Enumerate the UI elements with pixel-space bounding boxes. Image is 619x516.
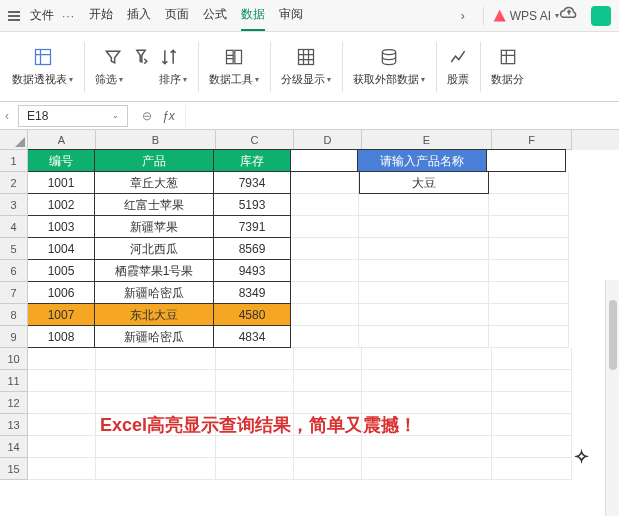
reapply-icon[interactable] xyxy=(131,46,151,68)
cell-F12[interactable] xyxy=(492,392,572,414)
cell-F8[interactable] xyxy=(489,304,569,326)
cell-C8[interactable]: 4580 xyxy=(213,303,291,326)
cell-F4[interactable] xyxy=(489,216,569,238)
cell-F15[interactable] xyxy=(492,458,572,480)
row-header-11[interactable]: 11 xyxy=(0,370,28,392)
cell-E9[interactable] xyxy=(359,326,489,348)
fb-chevron-icon[interactable]: ‹ xyxy=(0,109,14,123)
cell-B12[interactable] xyxy=(96,392,216,414)
row-header-4[interactable]: 4 xyxy=(0,216,28,238)
cell-B13[interactable]: Excel高亮显示查询结果，简单又震撼！ xyxy=(96,414,216,436)
tab-页面[interactable]: 页面 xyxy=(165,0,189,31)
cell-D10[interactable] xyxy=(294,348,362,370)
cell-B1[interactable]: 产品 xyxy=(94,149,214,172)
cell-D8[interactable] xyxy=(291,304,359,326)
select-all-corner[interactable] xyxy=(0,130,28,150)
fx-icon[interactable]: ƒx xyxy=(162,109,175,123)
cell-D3[interactable] xyxy=(291,194,359,216)
row-header-9[interactable]: 9 xyxy=(0,326,28,348)
tab-插入[interactable]: 插入 xyxy=(127,0,151,31)
cell-F6[interactable] xyxy=(489,260,569,282)
cell-E5[interactable] xyxy=(359,238,489,260)
col-header-B[interactable]: B xyxy=(96,130,216,150)
pivot-table-button[interactable]: 数据透视表▾ xyxy=(4,40,82,93)
cell-A4[interactable]: 1003 xyxy=(28,215,95,238)
cell-C11[interactable] xyxy=(216,370,294,392)
cell-E15[interactable] xyxy=(362,458,492,480)
cell-E11[interactable] xyxy=(362,370,492,392)
row-header-1[interactable]: 1 xyxy=(0,150,28,172)
cell-A15[interactable] xyxy=(28,458,96,480)
cell-B15[interactable] xyxy=(96,458,216,480)
cell-A13[interactable] xyxy=(28,414,96,436)
cell-C2[interactable]: 7934 xyxy=(213,171,291,194)
col-header-F[interactable]: F xyxy=(492,130,572,150)
cell-B6[interactable]: 栖霞苹果1号果 xyxy=(94,259,214,282)
cell-B3[interactable]: 红富士苹果 xyxy=(94,193,214,216)
name-box[interactable]: E18 ⌄ xyxy=(18,105,128,127)
cell-B14[interactable] xyxy=(96,436,216,458)
row-header-10[interactable]: 10 xyxy=(0,348,28,370)
tab-开始[interactable]: 开始 xyxy=(89,0,113,31)
cell-E13[interactable] xyxy=(362,414,492,436)
more-icon[interactable]: ··· xyxy=(62,9,75,23)
row-header-3[interactable]: 3 xyxy=(0,194,28,216)
cell-E6[interactable] xyxy=(359,260,489,282)
col-header-D[interactable]: D xyxy=(294,130,362,150)
cell-C15[interactable] xyxy=(216,458,294,480)
col-header-A[interactable]: A xyxy=(28,130,96,150)
cell-F7[interactable] xyxy=(489,282,569,304)
cell-D15[interactable] xyxy=(294,458,362,480)
chevron-down-icon[interactable]: ⌄ xyxy=(112,111,119,120)
cell-E2[interactable]: 大豆 xyxy=(359,171,489,194)
vertical-scrollbar[interactable] xyxy=(605,280,619,516)
cell-A7[interactable]: 1006 xyxy=(28,281,95,304)
cell-D7[interactable] xyxy=(291,282,359,304)
filter-button[interactable]: 筛选▾ xyxy=(95,72,123,87)
scrollbar-thumb[interactable] xyxy=(609,300,617,370)
cell-E14[interactable] xyxy=(362,436,492,458)
cell-F3[interactable] xyxy=(489,194,569,216)
cell-F10[interactable] xyxy=(492,348,572,370)
cell-B11[interactable] xyxy=(96,370,216,392)
cell-E3[interactable] xyxy=(359,194,489,216)
cell-D4[interactable] xyxy=(291,216,359,238)
cell-E1[interactable]: 请输入产品名称 xyxy=(357,149,487,172)
data-analysis-button[interactable]: 数据分 xyxy=(483,40,533,93)
cell-D2[interactable] xyxy=(291,172,359,194)
cell-E12[interactable] xyxy=(362,392,492,414)
cell-A3[interactable]: 1002 xyxy=(28,193,95,216)
tab-数据[interactable]: 数据 xyxy=(241,0,265,31)
cell-F2[interactable] xyxy=(489,172,569,194)
share-button[interactable] xyxy=(591,6,611,26)
col-header-E[interactable]: E xyxy=(362,130,492,150)
cell-F9[interactable] xyxy=(489,326,569,348)
row-header-2[interactable]: 2 xyxy=(0,172,28,194)
cloud-upload-icon[interactable] xyxy=(559,4,579,27)
row-header-8[interactable]: 8 xyxy=(0,304,28,326)
cell-F5[interactable] xyxy=(489,238,569,260)
sort-button[interactable]: 排序▾ xyxy=(159,72,187,87)
cell-C12[interactable] xyxy=(216,392,294,414)
cell-A6[interactable]: 1005 xyxy=(28,259,95,282)
cell-D14[interactable] xyxy=(294,436,362,458)
cell-C6[interactable]: 9493 xyxy=(213,259,291,282)
row-header-5[interactable]: 5 xyxy=(0,238,28,260)
cell-A12[interactable] xyxy=(28,392,96,414)
cell-C9[interactable]: 4834 xyxy=(213,325,291,348)
cell-E7[interactable] xyxy=(359,282,489,304)
row-header-14[interactable]: 14 xyxy=(0,436,28,458)
external-data-button[interactable]: 获取外部数据▾ xyxy=(345,40,434,93)
wps-ai-button[interactable]: WPS AI ▾ xyxy=(494,9,559,23)
spreadsheet-cells[interactable]: 编号产品库存请输入产品名称1001章丘大葱7934大豆1002红富士苹果5193… xyxy=(28,150,619,480)
cell-C10[interactable] xyxy=(216,348,294,370)
cell-B9[interactable]: 新疆哈密瓜 xyxy=(94,325,214,348)
cell-D5[interactable] xyxy=(291,238,359,260)
row-header-12[interactable]: 12 xyxy=(0,392,28,414)
row-header-7[interactable]: 7 xyxy=(0,282,28,304)
cell-A5[interactable]: 1004 xyxy=(28,237,95,260)
cancel-icon[interactable]: ⊖ xyxy=(142,109,152,123)
cell-D11[interactable] xyxy=(294,370,362,392)
cell-A8[interactable]: 1007 xyxy=(28,303,95,326)
row-header-6[interactable]: 6 xyxy=(0,260,28,282)
